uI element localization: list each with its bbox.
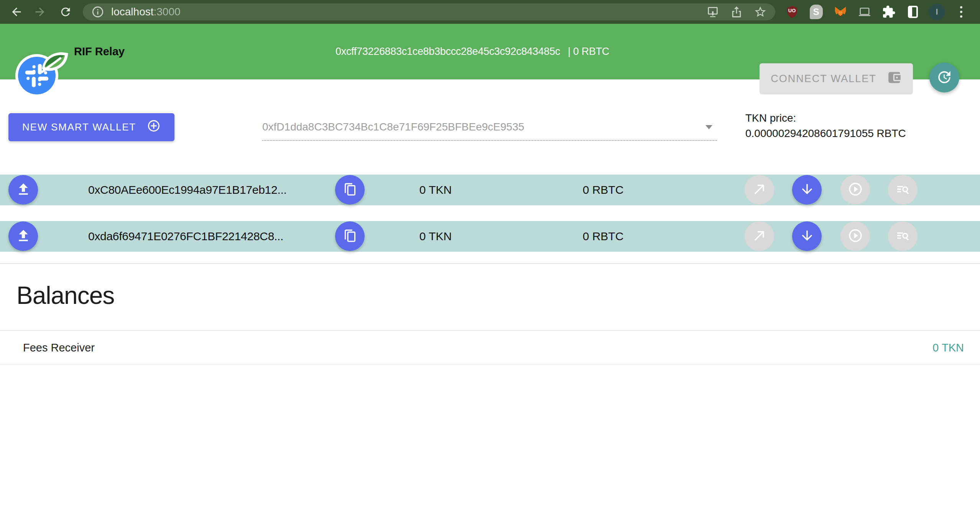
reload-icon bbox=[59, 13, 72, 20]
wallet-rbtc-balance: 0 RBTC bbox=[561, 175, 645, 205]
wallet-address: 0xda6f69471E0276FC1BF221428C8... bbox=[88, 221, 283, 252]
forward-arrow-icon bbox=[33, 13, 46, 20]
arrow-down-icon bbox=[799, 181, 815, 198]
profile-avatar[interactable]: I bbox=[929, 4, 945, 20]
transfer-button[interactable] bbox=[745, 221, 774, 251]
receive-button[interactable] bbox=[792, 221, 822, 251]
deploy-wallet-button[interactable] bbox=[8, 221, 38, 251]
transfer-button[interactable] bbox=[745, 175, 774, 205]
upload-icon bbox=[16, 228, 31, 244]
execute-button[interactable] bbox=[840, 221, 870, 251]
metamask-extension-icon[interactable] bbox=[832, 4, 848, 20]
deploy-wallet-button[interactable] bbox=[8, 175, 38, 205]
update-clock-icon bbox=[936, 69, 952, 86]
fees-receiver-row: Fees Receiver 0 TKN bbox=[0, 330, 980, 365]
header-account-info: 0xcff73226883c1ce8b3bccc28e45c3c92c84348… bbox=[335, 24, 609, 79]
fees-receiver-value: 0 TKN bbox=[932, 341, 964, 354]
browser-toolbar: localhost:3000 UO S bbox=[0, 0, 980, 24]
balances-title: Balances bbox=[16, 281, 114, 310]
chevron-down-icon bbox=[705, 125, 712, 129]
play-circle-icon bbox=[848, 181, 863, 198]
url-bar[interactable]: localhost:3000 bbox=[83, 3, 775, 20]
new-smart-wallet-button[interactable]: NEW SMART WALLET bbox=[8, 113, 174, 141]
ublock-label: UO bbox=[784, 8, 800, 13]
refresh-button[interactable] bbox=[929, 63, 959, 92]
extensions-puzzle-icon[interactable] bbox=[880, 4, 897, 20]
token-price-label: TKN price: bbox=[745, 111, 906, 126]
url-text: localhost:3000 bbox=[111, 6, 181, 18]
add-circle-icon bbox=[147, 119, 161, 135]
account-address: 0xcff73226883c1ce8b3bccc28e45c3c92c84348… bbox=[335, 46, 560, 58]
extension-icons: UO S I bbox=[784, 0, 969, 24]
arrow-down-icon bbox=[799, 228, 815, 244]
inspect-transactions-button[interactable] bbox=[888, 221, 918, 251]
inspect-transactions-button[interactable] bbox=[888, 175, 918, 205]
play-circle-icon bbox=[848, 228, 863, 244]
url-host: localhost bbox=[111, 6, 154, 18]
wallet-token-balance: 0 TKN bbox=[397, 221, 474, 252]
arrow-up-right-icon bbox=[752, 228, 767, 244]
copy-icon bbox=[342, 181, 358, 198]
wallet-token-balance: 0 TKN bbox=[397, 175, 474, 205]
app-title: RIF Relay bbox=[74, 24, 125, 79]
leaf-icon bbox=[41, 50, 68, 73]
back-button[interactable] bbox=[10, 5, 23, 18]
install-app-icon[interactable] bbox=[706, 5, 719, 18]
copy-address-button[interactable] bbox=[335, 175, 365, 205]
back-arrow-icon bbox=[10, 13, 23, 20]
upload-icon bbox=[16, 181, 31, 198]
section-divider bbox=[0, 263, 980, 264]
laptop-extension-icon[interactable] bbox=[856, 4, 873, 20]
site-info-icon[interactable] bbox=[91, 5, 104, 18]
ublock-extension-icon[interactable]: UO bbox=[784, 4, 800, 20]
wallet-rbtc-balance: 0 RBTC bbox=[561, 221, 645, 252]
receive-button[interactable] bbox=[792, 175, 822, 205]
browser-window: localhost:3000 UO S bbox=[0, 0, 980, 518]
token-price: TKN price: 0.00000294208601791055 RBTC bbox=[745, 111, 906, 141]
smart-wallet-select-value: 0xfD1dda8C3BC734Bc1C8e71F69F25BFBEe9cE95… bbox=[262, 121, 524, 133]
wallet-icon bbox=[887, 70, 902, 87]
side-panel-icon[interactable] bbox=[904, 4, 921, 20]
connect-wallet-button[interactable]: CONNECT WALLET bbox=[760, 63, 913, 94]
copy-address-button[interactable] bbox=[335, 221, 365, 251]
account-balance: | 0 RBTC bbox=[568, 46, 609, 58]
wallet-address: 0xC80AEe600Ec1994a97E1B17eb12... bbox=[88, 175, 287, 205]
rif-relay-logo bbox=[15, 54, 58, 97]
kebab-menu-icon bbox=[960, 6, 962, 18]
smart-wallet-row: 0xda6f69471E0276FC1BF221428C8... 0 TKN 0… bbox=[0, 221, 980, 252]
s-extension-icon[interactable]: S bbox=[808, 4, 824, 20]
smart-wallet-select[interactable]: 0xfD1dda8C3BC734Bc1C8e71F69F25BFBEe9cE95… bbox=[262, 114, 717, 141]
execute-button[interactable] bbox=[840, 175, 870, 205]
smart-wallet-row: 0xC80AEe600Ec1994a97E1B17eb12... 0 TKN 0… bbox=[0, 175, 980, 205]
fees-receiver-label: Fees Receiver bbox=[23, 341, 95, 354]
search-list-icon bbox=[895, 181, 911, 198]
s-extension-label: S bbox=[810, 5, 823, 19]
browser-menu-button[interactable] bbox=[953, 4, 969, 20]
forward-button[interactable] bbox=[33, 5, 46, 18]
reload-button[interactable] bbox=[59, 5, 72, 18]
arrow-up-right-icon bbox=[752, 181, 767, 198]
connect-wallet-label: CONNECT WALLET bbox=[771, 73, 876, 85]
profile-initial: I bbox=[929, 3, 945, 20]
new-smart-wallet-label: NEW SMART WALLET bbox=[22, 121, 136, 133]
app-header: RIF Relay 0xcff73226883c1ce8b3bccc28e45c… bbox=[0, 24, 980, 79]
copy-icon bbox=[342, 228, 358, 244]
share-icon[interactable] bbox=[730, 5, 743, 18]
side-panel-glyph bbox=[908, 6, 918, 18]
bookmark-star-icon[interactable] bbox=[754, 5, 767, 18]
token-price-value: 0.00000294208601791055 RBTC bbox=[745, 126, 906, 141]
url-port: :3000 bbox=[154, 6, 181, 18]
search-list-icon bbox=[895, 228, 911, 244]
